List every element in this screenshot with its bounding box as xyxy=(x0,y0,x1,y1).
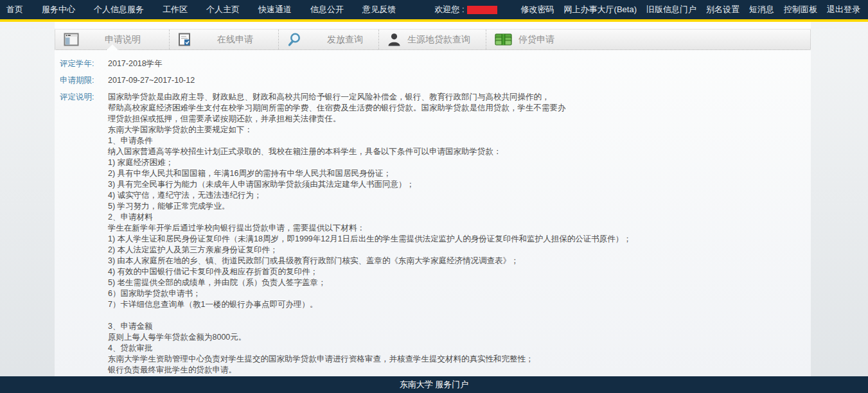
description-line: 3) 具有完全民事行为能力（未成年人申请国家助学贷款须由其法定建华人书面同意）； xyxy=(108,179,811,190)
field-row: 评定学年:2017-2018学年 xyxy=(60,58,811,69)
tab-item[interactable]: 停贷申请 xyxy=(486,30,608,49)
nav-item[interactable]: 修改密码 xyxy=(521,4,554,15)
description-line: 2) 具有中华人民共和国国籍，年满16周岁的需持有中华人民共和国居民身份证； xyxy=(108,168,811,179)
nav-item[interactable]: 网上办事大厅(Beta) xyxy=(564,4,637,15)
description-line: 6）国家助学贷款申请书； xyxy=(108,288,811,299)
field-value: 2017-2018学年 xyxy=(108,58,163,69)
description-line: 学生在新学年开学后通过学校向银行提出贷款申请，需要提供以下材料： xyxy=(108,223,811,234)
tab-label: 在线申请 xyxy=(217,34,253,46)
description-line xyxy=(108,310,811,321)
nav-item[interactable]: 首页 xyxy=(6,4,23,15)
field-row: 申请期限:2017-09-27~2017-10-12 xyxy=(60,75,811,86)
description-line: 3) 由本人家庭所在地的乡、镇、街道民政部门或县级教育行政部门核实、盖章的《东南… xyxy=(108,256,811,266)
description-line: 东南大学学生资助管理中心负责对学生提交的国家助学贷款申请进行资格审查，并核查学生… xyxy=(108,354,811,365)
footer-text: 东南大学 服务门户 xyxy=(400,379,469,390)
field-rows: 评定学年:2017-2018学年申请期限:2017-09-27~2017-10-… xyxy=(60,58,811,86)
description-line: 原则上每人每学年贷款金额为8000元。 xyxy=(108,332,811,343)
content-panel: 申请说明在线申请发放查询生源地贷款查询停贷申请 评定学年:2017-2018学年… xyxy=(55,22,811,376)
loan-info-section: 评定学年:2017-2018学年申请期限:2017-09-27~2017-10-… xyxy=(55,50,811,376)
username-redaction xyxy=(467,6,497,14)
top-navbar: 首页服务中心个人信息服务工作区个人主页快速通道信息公开意见反馈 欢迎您 : 修改… xyxy=(0,0,868,19)
description-text: 国家助学贷款是由政府主导、财政贴息、财政和高校共同给予银行一定风险补偿金，银行、… xyxy=(108,92,811,376)
description-line: 2) 本人法定监护人及第三方亲雇身份证复印件； xyxy=(108,245,811,256)
description-line: 帮助高校家庭经济困难学生支付在校学习期间所需的学费、住宿费及生活费的银行贷款。国… xyxy=(108,103,811,114)
description-line: 银行负责最终审批学生的贷款申请。 xyxy=(108,365,811,376)
page: 首页服务中心个人信息服务工作区个人主页快速通道信息公开意见反馈 欢迎您 : 修改… xyxy=(0,0,868,393)
nav-right: 欢迎您 : 修改密码网上办事大厅(Beta)旧版信息门户别名设置短消息控制面板退… xyxy=(434,4,860,15)
tab-fill xyxy=(608,30,810,49)
description-line: 5) 老生需提供全部的成绩单，并由院（系）负责人签字盖章； xyxy=(108,277,811,288)
nav-item[interactable]: 服务中心 xyxy=(42,4,75,15)
description-line: 3、申请金额 xyxy=(108,321,811,332)
nav-right-items: 修改密码网上办事大厅(Beta)旧版信息门户别名设置短消息控制面板退出登录 xyxy=(511,4,860,15)
field-label: 评定学年: xyxy=(60,58,108,69)
person-icon xyxy=(387,33,401,46)
nav-item[interactable]: 控制面板 xyxy=(784,4,817,15)
description-line: 5) 学习努力，能够正常完成学业。 xyxy=(108,201,811,212)
tab-bar: 申请说明在线申请发放查询生源地贷款查询停贷申请 xyxy=(55,29,811,50)
nav-item[interactable]: 个人信息服务 xyxy=(94,4,144,15)
description-line: 纳入国家普通高等学校招生计划正式录取的、我校在籍注册的本科学生，具备以下条件可以… xyxy=(108,146,811,157)
nav-left: 首页服务中心个人信息服务工作区个人主页快速通道信息公开意见反馈 xyxy=(6,4,414,15)
tab-item[interactable]: 申请说明 xyxy=(55,30,169,49)
description-row: 评定说明: 国家助学贷款是由政府主导、财政贴息、财政和高校共同给予银行一定风险补… xyxy=(60,92,811,376)
tab-label: 申请说明 xyxy=(105,34,141,46)
description-line: 理贷款担保或抵押，但需要承诺按期还款，并承担相关法律责任。 xyxy=(108,114,811,125)
welcome-text: 欢迎您 : xyxy=(434,4,497,15)
nav-item[interactable]: 工作区 xyxy=(163,4,188,15)
description-line: 东南大学国家助学贷款的主要规定如下： xyxy=(108,125,811,135)
tab-label: 停贷申请 xyxy=(518,34,554,46)
nav-item[interactable]: 意见反馈 xyxy=(362,4,396,15)
nav-item[interactable]: 退出登录 xyxy=(827,4,860,15)
tab-label: 发放查询 xyxy=(327,34,363,46)
nav-item[interactable]: 快速通道 xyxy=(258,4,292,15)
search-icon xyxy=(287,32,301,47)
window-icon xyxy=(64,33,79,46)
description-line: 4、贷款审批 xyxy=(108,343,811,354)
description-line: 7）卡详细信息查询单（教1一楼的银行办事点即可办理）。 xyxy=(108,299,811,310)
nav-item[interactable]: 短消息 xyxy=(749,4,774,15)
field-label: 申请期限: xyxy=(60,75,108,86)
description-line: 4) 有效的中国银行借记卡复印件及相应存折首页的复印件； xyxy=(108,266,811,277)
description-line: 1、申请条件 xyxy=(108,135,811,146)
tab-label: 生源地贷款查询 xyxy=(407,34,470,46)
tab-item[interactable]: 在线申请 xyxy=(169,30,278,49)
welcome-label: 欢迎您 : xyxy=(434,4,464,15)
description-line: 2、申请材料 xyxy=(108,212,811,223)
nav-item[interactable]: 个人主页 xyxy=(206,4,240,15)
tab-item[interactable]: 生源地贷款查询 xyxy=(378,30,486,49)
description-label: 评定说明: xyxy=(60,92,108,376)
description-line: 5、贷款发放 xyxy=(108,376,811,376)
nav-item[interactable]: 旧版信息门户 xyxy=(646,4,696,15)
field-value: 2017-09-27~2017-10-12 xyxy=(108,75,195,86)
document-icon xyxy=(178,33,191,46)
nav-item[interactable]: 信息公开 xyxy=(310,4,344,15)
nav-item[interactable]: 别名设置 xyxy=(706,4,740,15)
description-line: 国家助学贷款是由政府主导、财政贴息、财政和高校共同给予银行一定风险补偿金，银行、… xyxy=(108,92,811,103)
description-line: 1) 家庭经济困难； xyxy=(108,157,811,168)
tab-item[interactable]: 发放查询 xyxy=(278,30,378,49)
money-icon xyxy=(495,33,512,46)
description-line: 1) 本人学生证和居民身份证复印件（未满18周岁，即1999年12月1日后出生的… xyxy=(108,234,811,245)
footer: 东南大学 服务门户 xyxy=(0,376,868,393)
description-line: 4) 诚实守信，遵纪守法，无违法违纪行为； xyxy=(108,190,811,201)
